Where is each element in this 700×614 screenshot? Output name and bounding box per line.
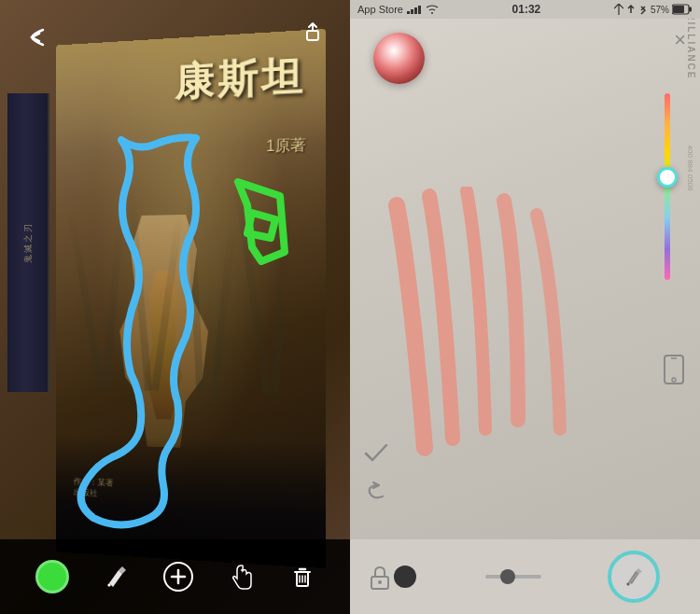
signal-icon <box>407 5 422 14</box>
touch-button[interactable] <box>227 562 257 592</box>
right-panel: App Store 01:32 57% <box>350 0 700 614</box>
add-button[interactable] <box>162 561 194 593</box>
left-panel: 鬼滅之刃 康斯坦 1原著 作者：某著 出版社 <box>0 0 350 614</box>
svg-rect-14 <box>418 6 421 14</box>
color-picker-circle[interactable] <box>373 33 425 84</box>
paper-text-2: 400 884 0508 <box>687 146 695 191</box>
svg-point-20 <box>672 378 676 382</box>
book-bottom-text: 作者：某著 出版社 <box>74 476 114 501</box>
book-title: 康斯坦 <box>175 49 306 109</box>
svg-rect-11 <box>407 11 410 14</box>
small-book: 鬼滅之刃 <box>7 93 49 392</box>
dot-button[interactable] <box>390 562 420 592</box>
location-icon <box>614 4 623 15</box>
status-left: App Store <box>357 4 439 15</box>
color-slider-thumb <box>657 167 678 188</box>
svg-rect-13 <box>414 7 417 14</box>
claw-marks <box>378 187 639 467</box>
color-selector[interactable] <box>35 560 69 593</box>
pen-tool-button[interactable] <box>102 563 130 591</box>
pencil-tool-button[interactable] <box>608 551 660 603</box>
app-store-label: App Store <box>357 4 403 15</box>
close-button[interactable]: × <box>674 28 686 52</box>
color-slider-track <box>665 93 670 280</box>
lock-button[interactable] <box>369 565 391 591</box>
opacity-slider[interactable] <box>485 575 541 579</box>
svg-point-23 <box>394 565 416 588</box>
undo-icon[interactable] <box>364 481 388 502</box>
bluetooth-icon <box>638 4 648 15</box>
device-icon[interactable] <box>662 355 686 384</box>
color-dot <box>35 560 69 593</box>
battery-label: 57% <box>651 5 669 15</box>
trash-button[interactable] <box>289 564 315 590</box>
grass-bg <box>64 106 315 395</box>
book-cover: 康斯坦 1原著 作者：某著 出版社 <box>56 29 326 568</box>
right-side-icons <box>662 355 686 384</box>
svg-point-4 <box>241 569 243 571</box>
wifi-icon <box>426 5 439 14</box>
svg-point-22 <box>378 580 382 584</box>
checkmark-icon[interactable] <box>364 442 388 463</box>
svg-rect-12 <box>411 9 413 14</box>
svg-rect-18 <box>665 356 683 384</box>
left-toolbar <box>0 539 350 614</box>
status-right: 57% <box>614 4 693 15</box>
svg-rect-17 <box>673 6 684 13</box>
right-toolbar <box>350 539 700 614</box>
share-button[interactable] <box>294 14 331 51</box>
status-bar: App Store 01:32 57% <box>350 0 700 19</box>
svg-rect-0 <box>307 31 318 40</box>
back-button[interactable] <box>19 19 56 56</box>
arrow-up-icon <box>626 4 636 15</box>
action-icons <box>364 442 388 502</box>
svg-rect-16 <box>689 7 692 12</box>
battery-icon <box>672 4 693 15</box>
color-slider[interactable] <box>658 93 677 336</box>
status-time: 01:32 <box>512 3 541 16</box>
small-book-spine-text: 鬼滅之刃 <box>21 222 34 263</box>
